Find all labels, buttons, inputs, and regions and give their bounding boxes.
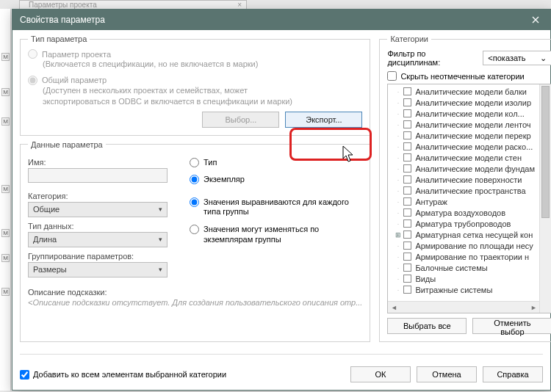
- category-item-label: Аналитические модели перекр: [415, 131, 530, 140]
- tree-indent: ·: [394, 88, 402, 95]
- param-data-legend: Данные параметра: [28, 140, 106, 149]
- chevron-down-icon: ▾: [159, 236, 162, 243]
- discipline-filter-select[interactable]: <показать ⌄: [483, 51, 551, 65]
- instance-radio-input[interactable]: [190, 175, 199, 184]
- instance-radio[interactable]: Экземпляр: [190, 175, 362, 184]
- add-all-checkbox[interactable]: [20, 370, 29, 380]
- align-radio-input[interactable]: [190, 197, 199, 207]
- tree-indent: ·: [394, 286, 402, 294]
- hide-unchecked-checkbox[interactable]: [387, 71, 397, 81]
- help-button[interactable]: Справка: [483, 366, 543, 382]
- cancel-button[interactable]: Отмена: [417, 366, 477, 382]
- category-item-label: Аналитические поверхности: [415, 175, 522, 184]
- category-item-label: Армирование по площади несу: [415, 242, 533, 250]
- grouping-select[interactable]: Размеры ▾: [28, 262, 168, 277]
- grouping-value: Размеры: [33, 265, 67, 274]
- category-checkbox[interactable]: [403, 242, 411, 250]
- category-checkbox[interactable]: [403, 109, 411, 117]
- category-checkbox[interactable]: [403, 142, 411, 150]
- category-tree-item[interactable]: ·Аналитические модели стен: [388, 152, 551, 163]
- category-checkbox[interactable]: [403, 131, 411, 139]
- category-tree-item[interactable]: ·Аналитические модели перекр: [388, 130, 551, 141]
- select-all-button[interactable]: Выбрать все: [387, 318, 467, 334]
- param-data-group: Данные параметра Имя: Категория: Общие ▾…: [20, 140, 370, 342]
- deselect-all-button[interactable]: Отменить выбор: [472, 318, 551, 334]
- category-tree-item[interactable]: ·Арматура трубопроводов: [388, 218, 551, 229]
- type-radio[interactable]: Тип: [190, 158, 362, 167]
- category-tree-item[interactable]: ·Армирование по площади несу: [388, 240, 551, 251]
- category-item-label: Арматурная сетка несущей кон: [415, 231, 533, 239]
- category-checkbox[interactable]: [403, 231, 411, 239]
- scroll-left-icon[interactable]: ◄: [388, 304, 400, 311]
- category-item-label: Антураж: [415, 197, 447, 206]
- category-tree-item[interactable]: ·Аналитические модели кол...: [388, 108, 551, 119]
- discipline-filter-label: Фильтр по дисциплинам:: [387, 49, 478, 67]
- ok-button[interactable]: ОК: [350, 366, 411, 382]
- project-param-radio-input: [28, 49, 37, 59]
- category-tree-item[interactable]: ·Аналитические пространства: [388, 185, 551, 196]
- hide-unchecked-row[interactable]: Скрыть неотмеченные категории: [387, 71, 551, 81]
- category-checkbox[interactable]: [403, 219, 411, 228]
- name-field: [28, 168, 168, 183]
- tooltip-desc-box: <Описание подсказки отсутствует. Для соз…: [28, 298, 362, 319]
- category-checkbox[interactable]: [403, 120, 411, 128]
- category-checkbox[interactable]: [403, 186, 411, 195]
- close-icon: [532, 16, 539, 23]
- type-radio-input[interactable]: [190, 158, 199, 167]
- category-tree-item[interactable]: ·Аналитические поверхности: [388, 174, 551, 185]
- category-tree-item[interactable]: ·Антураж: [388, 196, 551, 207]
- type-radio-label: Тип: [204, 158, 217, 167]
- category-checkbox[interactable]: [403, 275, 411, 283]
- tree-indent: ·: [394, 132, 402, 139]
- titlebar[interactable]: Свойства параметра: [12, 10, 550, 30]
- hide-unchecked-label: Скрыть неотмеченные категории: [400, 72, 524, 81]
- category-tree-item[interactable]: ·Балочные системы: [388, 262, 551, 273]
- category-tree-item[interactable]: ·Аналитические модели ленточ: [388, 119, 551, 130]
- vary-radio[interactable]: Значения могут изменяться по экземплярам…: [190, 225, 362, 245]
- param-type-group: Тип параметра Параметр проекта (Включает…: [20, 35, 370, 136]
- category-checkbox[interactable]: [403, 153, 411, 161]
- category-tree-item[interactable]: ·Аналитические модели раско...: [388, 141, 551, 152]
- category-checkbox[interactable]: [403, 264, 411, 272]
- vertical-scrollbar[interactable]: [539, 84, 551, 313]
- tree-indent: ·: [394, 264, 402, 272]
- chevron-down-icon: ▾: [159, 206, 162, 213]
- add-all-row[interactable]: Добавить ко всем элементам выбранной кат…: [20, 370, 226, 380]
- category-tree-item[interactable]: ·Армирование по траектории н: [388, 251, 551, 262]
- category-checkbox[interactable]: [403, 286, 411, 294]
- category-checkbox[interactable]: [403, 253, 411, 261]
- category-tree-item[interactable]: ·Витражные системы: [388, 284, 551, 295]
- category-tree-item[interactable]: ⊞Арматурная сетка несущей кон: [388, 229, 551, 240]
- tree-indent: ·: [394, 99, 402, 106]
- category-checkbox[interactable]: [403, 98, 411, 106]
- scrollbar-thumb[interactable]: [541, 86, 550, 218]
- category-tree-item[interactable]: ·Арматура воздуховодов: [388, 207, 551, 218]
- tree-indent: ·: [394, 110, 402, 117]
- category-tree-item[interactable]: ·Аналитические модели балки: [388, 86, 551, 97]
- datatype-select[interactable]: Длина ▾: [28, 232, 168, 247]
- project-param-label: Параметр проекта: [42, 50, 111, 59]
- category-tree-item[interactable]: ·Аналитические модели изолир: [388, 97, 551, 108]
- tree-indent: ·: [394, 198, 402, 206]
- category-item-label: Витражные системы: [415, 286, 492, 294]
- category-select[interactable]: Общие ▾: [28, 202, 168, 217]
- category-checkbox[interactable]: [403, 197, 411, 206]
- expand-icon[interactable]: ⊞: [394, 231, 402, 239]
- category-checkbox[interactable]: [403, 87, 411, 95]
- vary-radio-label: Значения могут изменяться по экземплярам…: [204, 225, 362, 245]
- vary-radio-input[interactable]: [190, 225, 199, 234]
- horizontal-scrollbar[interactable]: ◄ ►: [388, 301, 539, 313]
- cursor-icon: [342, 145, 356, 164]
- category-checkbox[interactable]: [403, 175, 411, 184]
- category-checkbox[interactable]: [403, 208, 411, 217]
- close-button[interactable]: [521, 10, 550, 30]
- tree-indent: ·: [394, 176, 402, 184]
- category-tree-item[interactable]: ·Аналитические модели фундам: [388, 163, 551, 174]
- scroll-right-icon[interactable]: ►: [527, 304, 539, 311]
- export-button[interactable]: Экспорт...: [285, 112, 362, 128]
- category-checkbox[interactable]: [403, 164, 411, 173]
- category-tree-item[interactable]: ·Виды: [388, 273, 551, 284]
- tree-indent: ·: [394, 121, 402, 128]
- categories-tree[interactable]: ·Аналитические модели балки·Аналитически…: [387, 84, 551, 313]
- align-radio[interactable]: Значения выравниваются для каждого типа …: [190, 197, 362, 218]
